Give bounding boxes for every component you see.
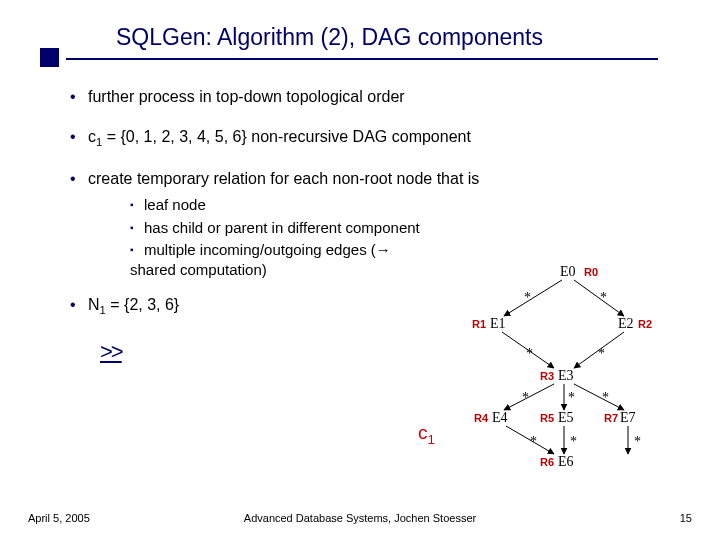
- bullet-2-text: c1 = {0, 1, 2, 3, 4, 5, 6} non-recursive…: [88, 128, 471, 145]
- sub-2: ▪has child or parent in different compon…: [130, 218, 430, 238]
- edge-star: *: [526, 346, 533, 361]
- bullet-3-text: create temporary relation for each non-r…: [88, 170, 479, 187]
- label-r5: R5: [540, 412, 554, 424]
- sub-list: ▪leaf node ▪has child or parent in diffe…: [130, 195, 430, 280]
- node-e7: E7: [620, 410, 636, 425]
- label-r0: R0: [584, 266, 598, 278]
- edge-star: *: [524, 290, 531, 305]
- label-r4: R4: [474, 412, 489, 424]
- svg-line-1: [574, 280, 624, 316]
- bullet-dot-icon: •: [70, 86, 88, 108]
- dag-diagram: * * * * * * * * * * E0 E1 E2 E3 E4 E5 E7…: [452, 262, 672, 472]
- edge-star: *: [530, 434, 537, 449]
- node-e2: E2: [618, 316, 634, 331]
- svg-line-4: [504, 384, 554, 410]
- node-e5: E5: [558, 410, 574, 425]
- sub-1: ▪leaf node: [130, 195, 430, 215]
- decorative-square: [40, 48, 59, 67]
- svg-line-0: [504, 280, 562, 316]
- node-e4: E4: [492, 410, 508, 425]
- edge-star: *: [602, 390, 609, 405]
- sub-2-text: has child or parent in different compone…: [144, 219, 420, 236]
- node-e3: E3: [558, 368, 574, 383]
- node-e0: E0: [560, 264, 576, 279]
- edge-star: *: [522, 390, 529, 405]
- node-e1: E1: [490, 316, 506, 331]
- edge-star: *: [570, 434, 577, 449]
- footer-center: Advanced Database Systems, Jochen Stoess…: [0, 512, 720, 524]
- bullet-dot-icon: •: [70, 294, 88, 316]
- bullet-3: •create temporary relation for each non-…: [70, 168, 660, 190]
- bullet-dot-icon: •: [70, 168, 88, 190]
- sub-1-text: leaf node: [144, 196, 206, 213]
- label-r1: R1: [472, 318, 486, 330]
- slide-title: SQLGen: Algorithm (2), DAG components: [116, 24, 543, 51]
- bullet-dot-icon: •: [70, 126, 88, 148]
- node-e6: E6: [558, 454, 574, 469]
- bullet-2: •c1 = {0, 1, 2, 3, 4, 5, 6} non-recursiv…: [70, 126, 660, 150]
- label-r6: R6: [540, 456, 554, 468]
- footer-page: 15: [680, 512, 692, 524]
- sub-3: ▪multiple incoming/outgoing edges (→ sha…: [130, 240, 430, 281]
- sub-bullet-icon: ▪: [130, 198, 144, 212]
- label-r2: R2: [638, 318, 652, 330]
- svg-line-6: [574, 384, 624, 410]
- bullet-1: •further process in top-down topological…: [70, 86, 660, 108]
- sub-bullet-icon: ▪: [130, 243, 144, 257]
- bullet-1-text: further process in top-down topological …: [88, 88, 405, 105]
- title-underline: [66, 58, 658, 60]
- bullet-4-text: N1 = {2, 3, 6}: [88, 296, 179, 313]
- sub-3-text: multiple incoming/outgoing edges (→ shar…: [130, 241, 391, 278]
- sub-bullet-icon: ▪: [130, 221, 144, 235]
- edge-star: *: [634, 434, 641, 449]
- c1-annotation: c1: [418, 422, 435, 447]
- label-r7: R7: [604, 412, 618, 424]
- edge-star: *: [600, 290, 607, 305]
- edge-star: *: [598, 346, 605, 361]
- edge-star: *: [568, 390, 575, 405]
- label-r3: R3: [540, 370, 554, 382]
